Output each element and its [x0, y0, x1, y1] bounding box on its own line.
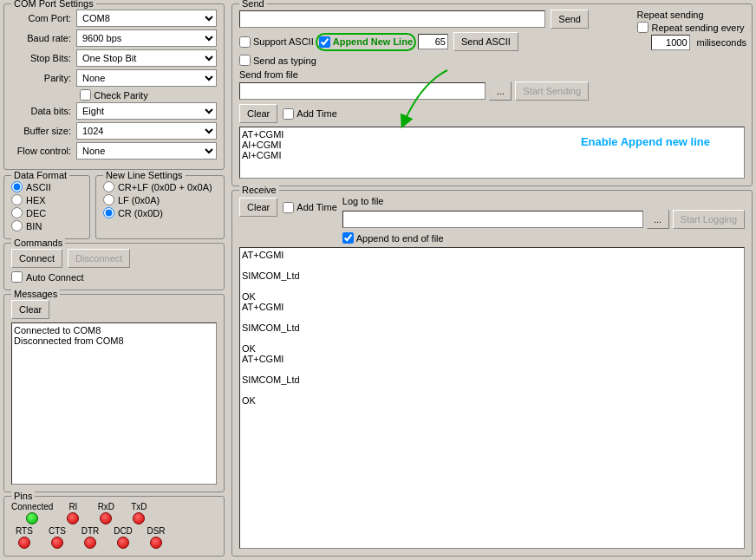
auto-connect-checkbox[interactable] [11, 271, 23, 283]
receive-add-time-label: Add Time [297, 202, 336, 212]
send-as-typing-row[interactable]: Send as typing [239, 55, 316, 66]
pin-rxd: RxD [93, 502, 119, 524]
support-ascii-checkbox[interactable] [239, 36, 251, 48]
pin-dcd: DCD [110, 526, 136, 549]
send-log-line-3: AI+CGMI [242, 150, 742, 160]
data-format-hex[interactable]: HEX [11, 194, 82, 205]
com-port-select[interactable]: COM8 [76, 10, 217, 27]
append-new-line-checkbox[interactable] [319, 36, 330, 48]
log-to-file-title: Log to file [342, 196, 745, 206]
support-ascii-row[interactable]: Support ASCII [239, 36, 314, 48]
send-file-browse-button[interactable]: ... [489, 81, 512, 101]
buffer-size-select[interactable]: 1024 [76, 122, 217, 140]
pins-group: Pins Connected RI RxD [3, 496, 225, 557]
disconnect-button[interactable]: Disconnect [68, 249, 130, 268]
com-port-settings-title: COM Port Settings [11, 0, 96, 9]
receive-add-time-checkbox[interactable] [283, 202, 294, 213]
nl-crlf[interactable]: CR+LF (0x0D + 0x0A) [103, 181, 217, 192]
repeat-section: Repeat sending Repeat sending every 1000… [637, 10, 746, 50]
parity-select[interactable]: None [76, 69, 217, 87]
receive-line-1: AT+CGMI [242, 250, 742, 260]
commands-group: Commands Connect Disconnect Auto Connect [3, 243, 225, 290]
repeat-ms-label: miliseconds [697, 37, 746, 48]
pin-dtr: DTR [77, 526, 103, 549]
send-command-input[interactable]: AT+CGMI [239, 10, 545, 28]
data-bits-select[interactable]: Eight [76, 102, 217, 120]
clear-messages-button[interactable]: Clear [11, 300, 49, 319]
send-add-time-row[interactable]: Add Time [283, 108, 336, 120]
com-port-label: Com Port: [11, 13, 76, 23]
baud-rate-select[interactable]: 9600 bps [76, 29, 217, 47]
send-as-typing-checkbox[interactable] [239, 55, 251, 66]
auto-connect-row[interactable]: Auto Connect [11, 271, 217, 283]
data-format-dec[interactable]: DEC [11, 207, 82, 218]
message-line-2: Disconnected from COM8 [14, 335, 214, 346]
repeat-ms-input[interactable]: 1000 [651, 35, 690, 50]
log-file-input[interactable] [342, 211, 643, 228]
connect-button[interactable]: Connect [11, 249, 62, 268]
pin-dtr-label: DTR [81, 526, 100, 536]
check-parity-checkbox[interactable] [80, 89, 91, 101]
messages-text-area: Connected to COM8 Disconnected from COM8 [11, 322, 217, 485]
stop-bits-select[interactable]: One Stop Bit [76, 49, 217, 67]
pin-connected-label: Connected [11, 502, 53, 511]
append-to-file-label: Append to end of file [356, 233, 444, 244]
buffer-size-label: Buffer size: [11, 126, 76, 136]
send-button[interactable]: Send [551, 10, 589, 29]
receive-line-10: OK [242, 343, 742, 354]
repeat-sending-label: Repeat sending [637, 10, 746, 20]
repeat-checkbox[interactable] [637, 22, 648, 33]
pin-rts-led [18, 537, 30, 549]
receive-line-14 [242, 385, 742, 395]
receive-add-time-row[interactable]: Add Time [283, 202, 336, 213]
data-format-ascii[interactable]: ASCII [11, 181, 82, 192]
send-add-time-label: Add Time [297, 108, 336, 119]
append-to-file-checkbox[interactable] [342, 232, 354, 244]
pin-dcd-label: DCD [114, 526, 133, 536]
start-sending-button[interactable]: Start Sending [515, 81, 589, 101]
append-new-line-label: Append New Line [333, 36, 413, 47]
pins-title: Pins [11, 491, 35, 501]
repeat-every-label: Repeat sending every [652, 23, 745, 33]
data-format-title: Data Format [11, 170, 69, 180]
new-line-settings-title: New Line Settings [103, 170, 186, 180]
check-parity-row[interactable]: Check Parity [80, 89, 147, 101]
nl-cr[interactable]: CR (0x0D) [103, 207, 217, 218]
receive-line-9 [242, 333, 742, 343]
receive-clear-button[interactable]: Clear [239, 198, 277, 217]
baud-rate-label: Baud rate: [11, 33, 76, 43]
message-line-1: Connected to COM8 [14, 325, 214, 335]
receive-output-area: AT+CGMI SIMCOM_Ltd OK AT+CGMI SIMCOM_Ltd… [239, 247, 745, 549]
pin-cts-led [51, 537, 63, 549]
support-ascii-label: Support ASCII [253, 36, 314, 47]
data-format-bin[interactable]: BIN [11, 220, 82, 231]
start-logging-button[interactable]: Start Logging [673, 210, 745, 229]
send-clear-button[interactable]: Clear [239, 104, 277, 123]
receive-line-7 [242, 312, 742, 322]
flow-control-label: Flow control: [11, 146, 76, 156]
pin-dsr: DSR [143, 526, 169, 549]
data-format-group: Data Format ASCII HEX DEC BIN [3, 175, 90, 239]
nl-lf[interactable]: LF (0x0A) [103, 194, 217, 205]
com-port-settings: COM Port Settings Com Port: COM8 Baud ra… [3, 3, 225, 170]
append-to-file-row[interactable]: Append to end of file [342, 232, 745, 244]
data-bits-label: Data bits: [11, 106, 76, 116]
flow-control-select[interactable]: None [76, 142, 217, 160]
check-parity-label: Check Parity [94, 90, 147, 101]
pin-txd: TxD [126, 502, 152, 524]
receive-line-12 [242, 364, 742, 374]
send-add-time-checkbox[interactable] [283, 108, 294, 120]
append-new-line-row[interactable]: Append New Line [319, 36, 413, 48]
pin-dsr-label: DSR [147, 526, 165, 536]
log-file-browse-button[interactable]: ... [647, 210, 669, 229]
pin-rxd-label: RxD [98, 502, 114, 511]
right-panel: Send Repeat sending Repeat sending every… [228, 0, 756, 560]
messages-title: Messages [11, 289, 60, 299]
pin-dsr-led [150, 537, 162, 549]
ascii-value-input[interactable] [418, 34, 448, 49]
pin-txd-led [133, 512, 145, 524]
pin-connected-led [26, 512, 38, 524]
stop-bits-label: Stop Bits: [11, 53, 76, 63]
send-ascii-button[interactable]: Send ASCII [453, 32, 518, 51]
send-file-input[interactable] [239, 82, 486, 100]
